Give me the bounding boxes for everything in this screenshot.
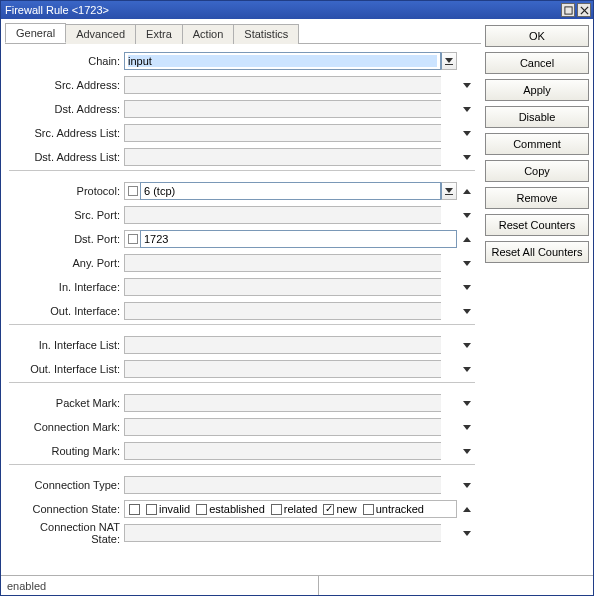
in-interface-expand[interactable] (459, 278, 475, 296)
titlebar: Firewall Rule <1723> (1, 1, 593, 19)
chain-label: Chain: (9, 55, 124, 67)
form-area: Chain: Src. Address: (5, 44, 481, 575)
separator-2 (9, 324, 475, 325)
protocol-input[interactable] (144, 185, 437, 197)
connection-nat-state-field[interactable] (124, 524, 441, 542)
packet-mark-expand[interactable] (459, 394, 475, 412)
chain-dropdown[interactable] (441, 52, 457, 70)
protocol-dropdown[interactable] (441, 182, 457, 200)
out-interface-list-expand[interactable] (459, 360, 475, 378)
cancel-button[interactable]: Cancel (485, 52, 589, 74)
copy-button[interactable]: Copy (485, 160, 589, 182)
cs-invalid-label: invalid (159, 503, 190, 515)
out-interface-list-field[interactable] (124, 360, 441, 378)
cs-established[interactable]: established (196, 503, 265, 515)
close-button[interactable] (577, 3, 591, 17)
in-interface-list-expand[interactable] (459, 336, 475, 354)
dst-address-list-expand[interactable] (459, 148, 475, 166)
dst-port-negate[interactable] (124, 230, 140, 248)
cs-untracked-label: untracked (376, 503, 424, 515)
src-address-list-expand[interactable] (459, 124, 475, 142)
protocol-negate[interactable] (124, 182, 140, 200)
protocol-label: Protocol: (9, 185, 124, 197)
tab-extra[interactable]: Extra (135, 24, 183, 44)
src-address-label: Src. Address: (9, 79, 124, 91)
in-interface-label: In. Interface: (9, 281, 124, 293)
remove-button[interactable]: Remove (485, 187, 589, 209)
tab-statistics[interactable]: Statistics (233, 24, 299, 44)
out-interface-field[interactable] (124, 302, 441, 320)
connection-type-expand[interactable] (459, 476, 475, 494)
tab-advanced[interactable]: Advanced (65, 24, 136, 44)
src-port-expand[interactable] (459, 206, 475, 224)
chain-input-wrap (124, 52, 441, 70)
cs-related[interactable]: related (271, 503, 318, 515)
in-interface-list-field[interactable] (124, 336, 441, 354)
connection-nat-state-label: Connection NAT State: (9, 521, 124, 545)
routing-mark-field[interactable] (124, 442, 441, 460)
src-address-expand[interactable] (459, 76, 475, 94)
cs-invalid[interactable]: invalid (146, 503, 190, 515)
packet-mark-field[interactable] (124, 394, 441, 412)
protocol-input-wrap (140, 182, 441, 200)
action-panel: OK Cancel Apply Disable Comment Copy Rem… (485, 23, 589, 575)
status-cell: enabled (1, 576, 319, 595)
packet-mark-label: Packet Mark: (9, 397, 124, 409)
dst-port-label: Dst. Port: (9, 233, 124, 245)
tab-general[interactable]: General (5, 23, 66, 43)
reset-counters-button[interactable]: Reset Counters (485, 214, 589, 236)
in-interface-field[interactable] (124, 278, 441, 296)
cs-none[interactable] (129, 504, 140, 515)
dst-address-list-field[interactable] (124, 148, 441, 166)
expand-button[interactable] (561, 3, 575, 17)
src-port-field[interactable] (124, 206, 441, 224)
separator-4 (9, 464, 475, 465)
dst-port-input[interactable] (144, 233, 453, 245)
dst-address-label: Dst. Address: (9, 103, 124, 115)
connection-state-collapse[interactable] (459, 500, 475, 518)
routing-mark-label: Routing Mark: (9, 445, 124, 457)
connection-type-field[interactable] (124, 476, 441, 494)
src-port-label: Src. Port: (9, 209, 124, 221)
src-address-field[interactable] (124, 76, 441, 94)
cs-untracked[interactable]: untracked (363, 503, 424, 515)
dst-address-field[interactable] (124, 100, 441, 118)
connection-mark-expand[interactable] (459, 418, 475, 436)
svg-rect-0 (564, 6, 571, 13)
connection-mark-field[interactable] (124, 418, 441, 436)
cs-new-label: new (336, 503, 356, 515)
cs-related-label: related (284, 503, 318, 515)
dst-port-input-wrap (140, 230, 457, 248)
any-port-field[interactable] (124, 254, 441, 272)
reset-all-counters-button[interactable]: Reset All Counters (485, 241, 589, 263)
any-port-expand[interactable] (459, 254, 475, 272)
connection-mark-label: Connection Mark: (9, 421, 124, 433)
routing-mark-expand[interactable] (459, 442, 475, 460)
protocol-collapse[interactable] (459, 182, 475, 200)
disable-button[interactable]: Disable (485, 106, 589, 128)
dst-address-expand[interactable] (459, 100, 475, 118)
dst-port-collapse[interactable] (459, 230, 475, 248)
separator-1 (9, 170, 475, 171)
expand-icon (564, 6, 573, 15)
apply-button[interactable]: Apply (485, 79, 589, 101)
status-cell-2 (319, 576, 593, 595)
separator-3 (9, 382, 475, 383)
ok-button[interactable]: OK (485, 25, 589, 47)
src-address-list-field[interactable] (124, 124, 441, 142)
comment-button[interactable]: Comment (485, 133, 589, 155)
tab-action[interactable]: Action (182, 24, 235, 44)
tab-strip: General Advanced Extra Action Statistics (5, 23, 481, 44)
connection-state-label: Connection State: (9, 503, 124, 515)
connection-nat-state-expand[interactable] (459, 524, 475, 542)
close-icon (580, 6, 589, 15)
any-port-label: Any. Port: (9, 257, 124, 269)
out-interface-list-label: Out. Interface List: (9, 363, 124, 375)
out-interface-label: Out. Interface: (9, 305, 124, 317)
chain-input[interactable] (128, 55, 437, 67)
cs-new[interactable]: new (323, 503, 356, 515)
connection-type-label: Connection Type: (9, 479, 124, 491)
out-interface-expand[interactable] (459, 302, 475, 320)
chain-noside (459, 52, 475, 70)
dst-address-list-label: Dst. Address List: (9, 151, 124, 163)
